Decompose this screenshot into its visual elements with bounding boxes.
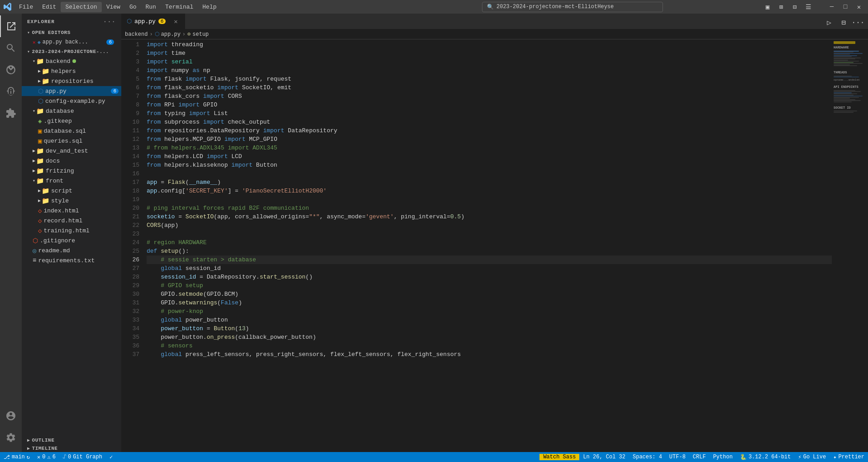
activity-git[interactable] bbox=[0, 59, 22, 81]
status-git-detail[interactable]: ⑀ 0 Git Graph bbox=[59, 452, 106, 462]
status-line-col[interactable]: Ln 26, Col 32 bbox=[579, 454, 629, 460]
git-icon: ⑀ bbox=[63, 454, 66, 460]
sync-icon: ↻ bbox=[27, 454, 30, 461]
folder-script[interactable]: ▶ 📁 script bbox=[22, 186, 121, 196]
line-number-27: 27 bbox=[121, 264, 139, 273]
status-errors[interactable]: ✕ 0 ⚠ 6 bbox=[33, 452, 59, 462]
check-icon: ✓ bbox=[110, 454, 113, 461]
panel-icon[interactable]: ⊟ bbox=[789, 1, 800, 12]
code-line-31: GPIO.setwarnings(False) bbox=[147, 298, 832, 307]
error-count: 0 bbox=[42, 454, 45, 460]
file-gitkeep[interactable]: ◈ .gitkeep bbox=[22, 116, 121, 126]
more-actions-button[interactable]: ··· bbox=[852, 16, 864, 29]
line-number-21: 21 bbox=[121, 212, 139, 221]
git-detail: 0 bbox=[68, 454, 71, 460]
folder-front[interactable]: ▾ 📁 front bbox=[22, 176, 121, 186]
breadcrumb-backend[interactable]: backend bbox=[125, 31, 148, 38]
maximize-button[interactable]: □ bbox=[840, 1, 851, 12]
activity-settings[interactable] bbox=[0, 427, 22, 448]
activity-account[interactable] bbox=[0, 405, 22, 427]
menu-file[interactable]: File bbox=[14, 2, 38, 12]
file-training-html[interactable]: ◇ training.html bbox=[22, 226, 121, 236]
code-content[interactable]: import threadingimport timeimport serial… bbox=[143, 39, 832, 452]
close-button[interactable]: ✕ bbox=[854, 1, 864, 12]
tab-label: app.py bbox=[134, 18, 156, 25]
run-button[interactable]: ▷ bbox=[823, 16, 835, 29]
split-icon[interactable]: ⊞ bbox=[776, 1, 787, 12]
status-python-version[interactable]: 🐍 3.12.2 64-bit bbox=[736, 454, 795, 461]
tab-close-button[interactable]: ✕ bbox=[172, 18, 179, 25]
file-app-py[interactable]: ⬡ app.py 6 bbox=[22, 86, 121, 96]
breadcrumb: backend › ⬡ app.py › ⊙ setup bbox=[121, 29, 868, 39]
open-editors-section[interactable]: ▾ OPEN EDITORS bbox=[22, 28, 121, 37]
close-icon[interactable]: ✕ bbox=[33, 39, 36, 45]
activity-extensions[interactable] bbox=[0, 102, 22, 124]
tab-app-py[interactable]: ⬡ app.py 6 ✕ bbox=[121, 14, 185, 29]
menu-selection[interactable]: Selection bbox=[61, 2, 101, 12]
folder-helpers[interactable]: ▶ 📁 helpers bbox=[22, 66, 121, 76]
activity-debug[interactable] bbox=[0, 81, 22, 102]
file-gitignore[interactable]: ⬡ .gitignore bbox=[22, 236, 121, 245]
file-requirements-txt[interactable]: ≡ requirements.txt bbox=[22, 255, 121, 265]
status-go-live[interactable]: ⚡ Go Live bbox=[795, 454, 830, 461]
menu-run[interactable]: Run bbox=[141, 2, 160, 12]
open-editor-item[interactable]: ✕ ◆ app.py back... 6 bbox=[22, 37, 121, 47]
eol-text: CRLF bbox=[693, 454, 706, 460]
folder-database[interactable]: ▾ 📁 database bbox=[22, 106, 121, 116]
file-readme-md[interactable]: ◎ readme.md bbox=[22, 245, 121, 255]
status-watch-sass[interactable]: Watch Sass bbox=[539, 454, 579, 460]
minimap[interactable]: HARDWARE THREADS bbox=[832, 39, 868, 452]
code-editor: 1234567891011121314151617181920212223242… bbox=[121, 39, 868, 452]
line-number-26: 26 bbox=[121, 255, 139, 264]
status-spaces[interactable]: Spaces: 4 bbox=[629, 454, 666, 460]
status-branch[interactable]: ⎇ main ↻ bbox=[0, 452, 33, 462]
prettier-icon: ✦ bbox=[833, 454, 836, 461]
minimize-button[interactable]: ─ bbox=[826, 1, 837, 12]
code-line-15: from helpers.klasseknop import Button bbox=[147, 161, 832, 169]
search-text: 2023-2024-projectone-mct-ElliotHeyse bbox=[496, 4, 614, 10]
file-database-sql[interactable]: ▣ database.sql bbox=[22, 126, 121, 136]
line-number-37: 37 bbox=[121, 350, 139, 359]
error-icon: ✕ bbox=[37, 454, 40, 461]
code-line-16 bbox=[147, 169, 832, 178]
sidebar-menu-icon[interactable]: ··· bbox=[103, 18, 116, 25]
outline-section[interactable]: ▶ OUTLINE bbox=[22, 436, 121, 444]
folder-backend[interactable]: ▾ 📁 backend bbox=[22, 56, 121, 66]
timeline-section[interactable]: ▶ TIMELINE bbox=[22, 444, 121, 452]
folder-fritzing[interactable]: ▶ 📁 fritzing bbox=[22, 166, 121, 176]
split-editor-button[interactable]: ⊟ bbox=[837, 16, 850, 29]
code-line-30: GPIO.setmode(GPIO.BCM) bbox=[147, 290, 832, 298]
breadcrumb-function[interactable]: setup bbox=[192, 31, 209, 38]
code-line-9: from typing import List bbox=[147, 109, 832, 118]
layout-icon[interactable]: ▣ bbox=[762, 1, 773, 12]
status-prettier[interactable]: ✦ Prettier bbox=[830, 454, 868, 461]
menu-view[interactable]: View bbox=[102, 2, 125, 12]
code-line-1: import threading bbox=[147, 40, 832, 49]
folder-repositories[interactable]: ▶ 📁 repositories bbox=[22, 76, 121, 86]
activity-bottom bbox=[0, 405, 22, 452]
activity-search[interactable] bbox=[0, 37, 22, 59]
status-check[interactable]: ✓ bbox=[106, 452, 116, 462]
project-section[interactable]: ▾ 2023-2024-PROJECTONE-... bbox=[22, 47, 121, 56]
file-queries-sql[interactable]: ▣ queries.sql bbox=[22, 136, 121, 146]
menu-edit[interactable]: Edit bbox=[38, 2, 61, 12]
status-eol[interactable]: CRLF bbox=[689, 454, 710, 460]
menu-go[interactable]: Go bbox=[125, 2, 141, 12]
folder-style[interactable]: ▶ 📁 style bbox=[22, 196, 121, 206]
folder-docs[interactable]: ▶ 📁 docs bbox=[22, 156, 121, 166]
folder-dev-and-test[interactable]: ▶ 📁 dev_and_test bbox=[22, 146, 121, 156]
status-language[interactable]: Python bbox=[710, 454, 736, 460]
customize-icon[interactable]: ☰ bbox=[803, 1, 814, 12]
menu-help[interactable]: Help bbox=[198, 2, 221, 12]
menu-terminal[interactable]: Terminal bbox=[161, 2, 198, 12]
breadcrumb-file[interactable]: app.py bbox=[161, 31, 181, 38]
go-live-text: Go Live bbox=[803, 454, 826, 460]
code-line-18: app.config['SECRET_KEY'] = 'PianoSecretE… bbox=[147, 187, 832, 195]
file-config-example-py[interactable]: ⬡ config-example.py bbox=[22, 96, 121, 106]
status-encoding[interactable]: UTF-8 bbox=[666, 454, 689, 460]
activity-explorer[interactable] bbox=[0, 15, 22, 37]
search-bar[interactable]: 🔍 2023-2024-projectone-mct-ElliotHeyse bbox=[482, 2, 663, 12]
code-line-21: socketio = SocketIO(app, cors_allowed_or… bbox=[147, 212, 832, 221]
file-record-html[interactable]: ◇ record.html bbox=[22, 216, 121, 226]
file-index-html[interactable]: ◇ index.html bbox=[22, 206, 121, 216]
